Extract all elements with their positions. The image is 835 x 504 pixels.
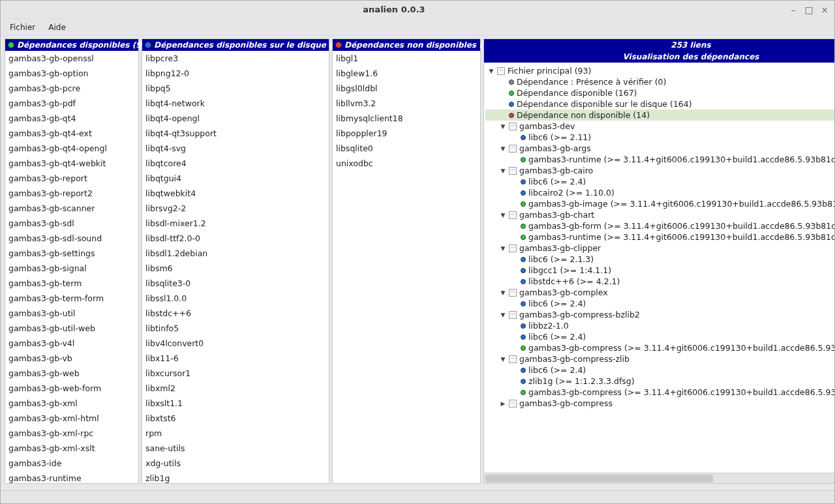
list-item[interactable]: libqtwebkit4: [142, 186, 329, 201]
tree-node[interactable]: ▶libbz2-1.0: [485, 320, 834, 331]
list-item[interactable]: libqt4-opengl: [142, 111, 329, 126]
tree-node[interactable]: ▶gambas3-gb-compress: [485, 398, 834, 409]
tree-node[interactable]: ▼gambas3-gb-chart: [485, 209, 834, 220]
list-item[interactable]: xdg-utils: [142, 456, 329, 471]
list-item[interactable]: libsqlite3-0: [142, 276, 329, 291]
menu-file[interactable]: Fichier: [3, 20, 42, 35]
list-item[interactable]: gambas3-gb-signal: [5, 261, 138, 276]
list-item[interactable]: gambas3-gb-web-form: [5, 381, 138, 396]
close-icon[interactable]: ×: [819, 4, 830, 16]
list-item[interactable]: libxml2: [142, 381, 329, 396]
list-item[interactable]: gambas3-gb-sdl-sound: [5, 231, 138, 246]
list-item[interactable]: gambas3-gb-xml-rpc: [5, 426, 138, 441]
tree-node[interactable]: ▶libstdc++6 (>= 4.2.1): [485, 276, 834, 287]
list-item[interactable]: gambas3-gb-option: [5, 66, 138, 81]
list-item[interactable]: rpm: [142, 426, 329, 441]
tree-node[interactable]: ▼gambas3-dev: [485, 121, 834, 132]
list-item[interactable]: gambas3-gb-xml-xslt: [5, 441, 138, 456]
list-item[interactable]: libsdl1.2debian: [142, 246, 329, 261]
list-item[interactable]: gambas3-gb-xml-html: [5, 411, 138, 426]
list-item[interactable]: libssl1.0.0: [142, 291, 329, 306]
list-item[interactable]: libsm6: [142, 261, 329, 276]
list-item[interactable]: libpq5: [142, 81, 329, 96]
list-item[interactable]: gambas3-ide: [5, 456, 138, 471]
list-item[interactable]: gambas3-gb-term-form: [5, 291, 138, 306]
list-item[interactable]: gambas3-runtime: [5, 471, 138, 483]
menu-help[interactable]: Aide: [42, 20, 72, 35]
list-item[interactable]: libsqlite0: [333, 141, 480, 156]
list-item[interactable]: gambas3-gb-qt4-ext: [5, 126, 138, 141]
list-item[interactable]: gambas3-gb-report2: [5, 186, 138, 201]
tree-node[interactable]: ▼gambas3-gb-compress-zlib: [485, 353, 834, 364]
tree-node[interactable]: ▼gambas3-gb-complex: [485, 287, 834, 298]
list-item[interactable]: libqtgui4: [142, 171, 329, 186]
list-item[interactable]: libmysqlclient18: [333, 111, 480, 126]
triangle-down-icon[interactable]: ▼: [500, 312, 506, 318]
tree-node[interactable]: ▶gambas3-gb-form (>= 3.11.4+git6006.c199…: [485, 220, 834, 231]
triangle-down-icon[interactable]: ▼: [500, 245, 506, 252]
dependency-tree[interactable]: ▼Fichier principal (93)▶Dépendance : Pré…: [484, 63, 834, 473]
panel-disk-list[interactable]: libpcre3libpng12-0libpq5libqt4-networkli…: [142, 51, 329, 483]
tree-node[interactable]: ▶Dépendance disponible sur le disque (16…: [485, 98, 834, 110]
list-item[interactable]: libgl1: [333, 51, 480, 66]
tree-node[interactable]: ▼Fichier principal (93): [485, 65, 834, 76]
tree-node[interactable]: ▼gambas3-gb-args: [485, 143, 834, 154]
list-item[interactable]: zlib1g: [142, 471, 329, 483]
tree-node[interactable]: ▶libc6 (>= 2.4): [485, 176, 834, 187]
triangle-down-icon[interactable]: ▼: [500, 356, 506, 363]
scrollbar-thumb[interactable]: [485, 475, 713, 482]
list-item[interactable]: libgsl0ldbl: [333, 81, 480, 96]
list-item[interactable]: gambas3-gb-qt4: [5, 111, 138, 126]
tree-node[interactable]: ▼gambas3-gb-clipper: [485, 243, 834, 254]
list-item[interactable]: gambas3-gb-util-web: [5, 321, 138, 336]
list-item[interactable]: gambas3-gb-web: [5, 366, 138, 381]
list-item[interactable]: libxslt1.1: [142, 396, 329, 411]
tree-node[interactable]: ▶gambas3-gb-compress (>= 3.11.4+git6006.…: [485, 387, 834, 398]
tree-node[interactable]: ▶libc6 (>= 2.4): [485, 364, 834, 376]
list-item[interactable]: gambas3-gb-openssl: [5, 51, 138, 66]
tree-node[interactable]: ▶gambas3-gb-compress (>= 3.11.4+git6006.…: [485, 342, 834, 353]
list-item[interactable]: gambas3-gb-qt4-webkit: [5, 156, 138, 171]
list-item[interactable]: libsdl-ttf2.0-0: [142, 231, 329, 246]
tree-node[interactable]: ▼gambas3-gb-cairo: [485, 165, 834, 176]
tree-node[interactable]: ▶Dépendance non disponible (14): [485, 110, 834, 121]
list-item[interactable]: gambas3-gb-report: [5, 171, 138, 186]
list-item[interactable]: libpcre3: [142, 51, 329, 66]
triangle-down-icon[interactable]: ▼: [500, 289, 506, 296]
list-item[interactable]: libtinfo5: [142, 321, 329, 336]
tree-node[interactable]: ▶libc6 (>= 2.1.3): [485, 254, 834, 265]
tree-node[interactable]: ▶libc6 (>= 2.4): [485, 298, 834, 309]
list-item[interactable]: gambas3-gb-v4l: [5, 336, 138, 351]
list-item[interactable]: libpoppler19: [333, 126, 480, 141]
triangle-down-icon[interactable]: ▼: [500, 212, 506, 218]
tree-node[interactable]: ▼gambas3-gb-compress-bzlib2: [485, 309, 834, 320]
tree-node[interactable]: ▶libc6 (>= 2.4): [485, 331, 834, 342]
list-item[interactable]: libqtcore4: [142, 156, 329, 171]
panel-unavailable-list[interactable]: libgl1libglew1.6libgsl0ldbllibllvm3.2lib…: [333, 51, 480, 483]
minimize-icon[interactable]: –: [787, 4, 799, 16]
tree-node[interactable]: ▶gambas3-runtime (>= 3.11.4+git6006.c199…: [485, 154, 834, 165]
list-item[interactable]: libqt4-network: [142, 96, 329, 111]
list-item[interactable]: gambas3-gb-pcre: [5, 81, 138, 96]
tree-node[interactable]: ▶libgcc1 (>= 1:4.1.1): [485, 265, 834, 276]
list-item[interactable]: gambas3-gb-pdf: [5, 96, 138, 111]
tree-node[interactable]: ▶libc6 (>= 2.11): [485, 132, 834, 143]
list-item[interactable]: gambas3-gb-scanner: [5, 201, 138, 216]
list-item[interactable]: libv4lconvert0: [142, 336, 329, 351]
list-item[interactable]: libqt4-qt3support: [142, 126, 329, 141]
list-item[interactable]: libstdc++6: [142, 306, 329, 321]
tree-node[interactable]: ▶gambas3-runtime (>= 3.11.4+git6006.c199…: [485, 231, 834, 243]
list-item[interactable]: gambas3-gb-sdl: [5, 216, 138, 231]
list-item[interactable]: gambas3-gb-util: [5, 306, 138, 321]
panel-available-list[interactable]: gambas3-gb-opensslgambas3-gb-optiongamba…: [5, 51, 138, 483]
list-item[interactable]: gambas3-gb-settings: [5, 246, 138, 261]
list-item[interactable]: libpng12-0: [142, 66, 329, 81]
list-item[interactable]: gambas3-gb-qt4-opengl: [5, 141, 138, 156]
tree-node[interactable]: ▶Dépendance disponible (167): [485, 87, 834, 98]
list-item[interactable]: libllvm3.2: [333, 96, 480, 111]
triangle-right-icon[interactable]: ▶: [500, 400, 506, 407]
triangle-down-icon[interactable]: ▼: [488, 68, 494, 74]
tree-node[interactable]: ▶gambas3-gb-image (>= 3.11.4+git6006.c19…: [485, 198, 834, 209]
tree-horizontal-scrollbar[interactable]: [484, 473, 834, 483]
tree-node[interactable]: ▶Dépendance : Présence à vérifier (0): [485, 76, 834, 87]
